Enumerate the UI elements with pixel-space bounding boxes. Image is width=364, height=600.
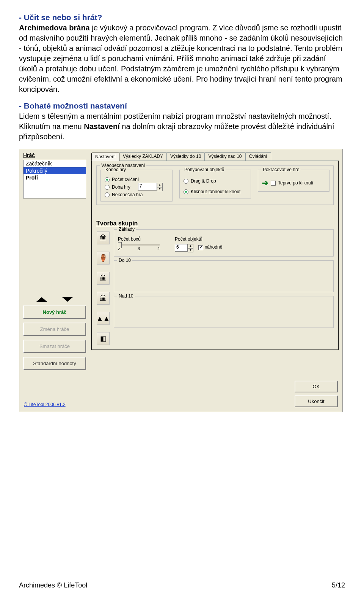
tab-pane-settings: Všeobecná nastavení Konec hry Počet cvič… [91,161,339,350]
move-objects-group: Pohybování objektů Drag & Drop Kliknout-… [179,170,251,198]
tab-results-basics[interactable]: Výsledky ZÁKLADY [119,152,167,161]
player-sidebar: Hráč Začátečník Pokročilý Profi Nový hrá… [19,149,90,374]
arrow-right-icon: ➔ [262,178,268,187]
boxes-count-legend: Počet boxů [118,236,160,242]
delete-player-button[interactable]: Smazat hráče [23,340,86,353]
continue-game-legend: Pokračovat ve hře [261,167,301,172]
default-values-button[interactable]: Standardní hodnoty [23,357,86,370]
endgame-legend: Konec hry [104,167,127,172]
tick-3: 3 [138,246,140,251]
new-player-button[interactable]: Nový hráč [23,306,86,319]
activity-icon-6[interactable]: ◧ [97,332,110,345]
boxes-slider[interactable] [118,244,160,246]
dialog-footer: © LifeTool 2006 v1.2 OK Ukončit [19,374,342,412]
footer-left: Archimedes © LifeTool [19,581,87,589]
checkbox-random-label: náhodně [205,244,223,250]
program-name: Archimedova brána [19,24,90,32]
settings-dialog: Hráč Začátečník Pokročilý Profi Nový hrá… [19,149,343,412]
activity-icon-2[interactable]: 🏺 [97,252,110,265]
spin-down-icon[interactable]: ▼ [157,187,163,191]
tab-settings[interactable]: Nastavení [91,153,119,161]
activity-icon-1[interactable]: 🏛 [97,231,110,244]
activity-icon-4[interactable]: 🏛 [97,292,110,305]
change-player-button[interactable]: Změna hráče [23,323,86,336]
footer-page-number: 5/12 [332,581,345,589]
over-10-group: Nad 10 [114,296,334,328]
objects-count-input[interactable]: 6 [175,244,188,252]
lifetool-link[interactable]: © LifeTool 2006 v1.2 [24,402,66,407]
radio-endless-label: Nekonečná hra [112,192,143,197]
checkbox-after-click[interactable] [271,181,276,186]
page-footer: Archimedes © LifeTool 5/12 [19,581,345,589]
move-objects-legend: Pohybování objektů [183,167,226,172]
radio-play-time[interactable] [105,185,110,190]
player-heading: Hráč [23,152,86,158]
continue-game-group: Pokračovat ve hře ➔ Teprve po kliknutí [258,170,329,192]
menu-name-bold: Nastavení [84,122,120,131]
over-10-legend: Nad 10 [117,293,135,299]
spin-up-icon[interactable]: ▲ [157,183,163,187]
general-settings-group: Všeobecná nastavení Konec hry Počet cvič… [96,165,334,205]
endgame-group: Konec hry Počet cvičení Doba hry [100,170,173,202]
radio-click-drag-click[interactable] [184,189,188,194]
checkbox-random[interactable]: ✔ [198,245,203,250]
player-profi[interactable]: Profi [24,174,86,181]
tab-results-to-10[interactable]: Výsledky do 10 [166,152,205,161]
objects-count-legend: Počet objektů [175,236,222,242]
up-to-10-group: Do 10 [114,260,334,292]
tab-controls[interactable]: Ovládání [245,152,271,161]
exit-button[interactable]: Ukončit [295,395,338,407]
heading-rich-settings: - Bohaté možnosti nastavení [19,101,345,110]
objects-spin-up-icon[interactable]: ▲ [188,244,193,248]
basics-legend: Základy [117,227,136,232]
radio-exercise-count[interactable] [105,177,110,182]
radio-play-time-label: Doba hry [112,184,130,190]
activity-icon-strip: 🏛 🏺 🏛 🏛 ▲▲ ◧ [96,231,110,345]
radio-drag-drop[interactable] [184,179,188,184]
radio-click-drag-click-label: Kliknout-táhnout-kliknout [191,189,240,194]
up-to-10-legend: Do 10 [117,258,132,263]
ok-button[interactable]: OK [295,381,338,392]
objects-spin-down-icon[interactable]: ▼ [188,248,193,252]
player-beginner[interactable]: Začátečník [24,160,86,167]
move-down-icon[interactable] [62,297,73,302]
tick-4: 4 [157,246,160,251]
activity-icon-5[interactable]: ▲▲ [97,312,110,325]
exercise-count-input[interactable]: 7 [138,183,157,191]
basics-group: Základy Počet boxů [114,229,334,257]
heading-learn-or-play: - Učit se nebo si hrát? [19,13,345,22]
radio-exercise-count-label: Počet cvičení [112,177,139,182]
player-list[interactable]: Začátečník Pokročilý Profi [23,160,86,198]
radio-endless[interactable] [105,192,110,197]
player-advanced[interactable]: Pokročilý [24,167,86,174]
activity-icon-3[interactable]: 🏛 [97,272,110,285]
create-groups-heading: Tvorba skupin [96,220,334,227]
paragraph-1: Archimedova brána je výukový a procvičov… [19,23,345,94]
radio-drag-drop-label: Drag & Drop [191,178,216,184]
paragraph-1-body: je výukový a procvičovací program. Z víc… [19,24,343,93]
paragraph-2: Lidem s tělesným a mentálním postižením … [19,111,345,142]
checkbox-after-click-label: Teprve po kliknutí [278,180,313,186]
tab-results-over-10[interactable]: Výsledky nad 10 [204,152,245,161]
move-up-icon[interactable] [36,297,47,302]
tab-bar: Nastavení Výsledky ZÁKLADY Výsledky do 1… [91,152,339,161]
